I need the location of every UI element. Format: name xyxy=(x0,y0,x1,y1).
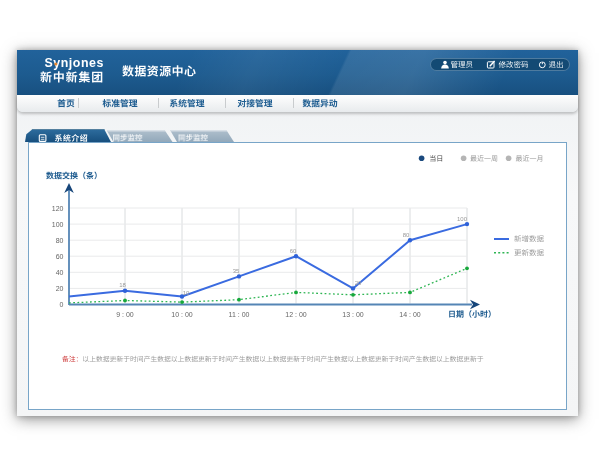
svg-text:9 : 00: 9 : 00 xyxy=(116,311,134,318)
svg-text:10: 10 xyxy=(183,290,190,296)
svg-text:80: 80 xyxy=(403,232,410,238)
svg-text:18: 18 xyxy=(119,282,126,288)
svg-text:40: 40 xyxy=(56,269,64,276)
svg-text:Synjones: Synjones xyxy=(45,56,105,70)
svg-text:12 : 00: 12 : 00 xyxy=(285,311,307,318)
svg-text:100: 100 xyxy=(52,221,64,228)
svg-text:100: 100 xyxy=(457,216,468,222)
svg-text:60: 60 xyxy=(290,248,297,254)
svg-text:14 : 00: 14 : 00 xyxy=(399,311,421,318)
svg-text:60: 60 xyxy=(56,253,64,260)
svg-text:10 : 00: 10 : 00 xyxy=(171,311,193,318)
svg-text:20: 20 xyxy=(355,280,362,286)
svg-text:80: 80 xyxy=(56,237,64,244)
svg-text:13 : 00: 13 : 00 xyxy=(342,311,364,318)
svg-text:0: 0 xyxy=(60,301,64,308)
svg-text:35: 35 xyxy=(233,268,240,274)
svg-text:11 : 00: 11 : 00 xyxy=(229,311,250,318)
svg-text:120: 120 xyxy=(52,205,64,212)
svg-text:20: 20 xyxy=(56,285,64,292)
